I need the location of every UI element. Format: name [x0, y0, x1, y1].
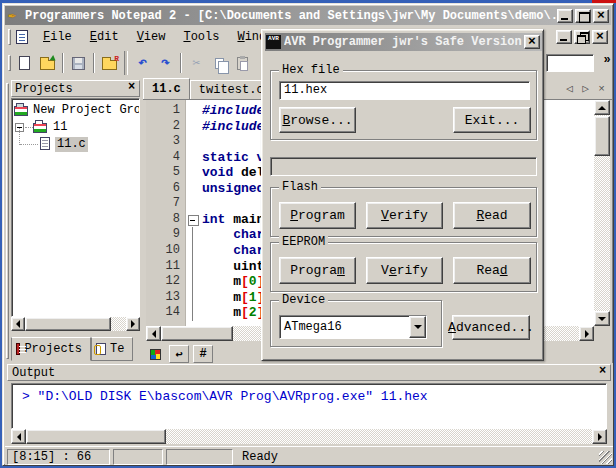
output-hscrollbar[interactable]	[11, 429, 607, 444]
tab-scroll-right-icon[interactable]: ▷	[578, 82, 593, 97]
title-bar[interactable]: ✒ Programmers Notepad 2 - [C:\Documents …	[5, 6, 611, 25]
scheme-colors-button[interactable]	[145, 345, 165, 363]
window-title: Programmers Notepad 2 - [C:\Documents an…	[25, 9, 557, 23]
toolbar-grip[interactable]	[8, 55, 11, 71]
tree-item-label: New Project Group	[31, 103, 140, 118]
close-button[interactable]	[593, 9, 609, 23]
tab-label: Projects	[24, 342, 82, 356]
code-text: m[1]	[202, 290, 264, 306]
copy-button[interactable]	[208, 52, 231, 74]
cut-button[interactable]: ✂	[185, 52, 208, 74]
exit-button[interactable]: Exit...	[453, 107, 531, 133]
line-number: 4	[146, 150, 180, 166]
scroll-down-button[interactable]	[594, 311, 610, 326]
scroll-up-button[interactable]	[594, 100, 610, 115]
eeprom-read-button[interactable]: Read	[453, 257, 531, 284]
output-close-icon[interactable]: ×	[596, 366, 609, 379]
fold-collapse-icon[interactable]	[186, 212, 200, 228]
toolbar-separator	[124, 51, 128, 75]
fold-margin	[186, 103, 200, 119]
close-icon	[528, 36, 536, 48]
projects-tab-te[interactable]: Te	[91, 337, 133, 361]
toolbar-separator	[62, 53, 64, 73]
dialog-title-bar[interactable]: AVR AVR Programmer jwr's Safe Version	[265, 33, 542, 51]
resize-grip[interactable]	[599, 451, 612, 464]
line-number: 12	[146, 274, 180, 290]
line-number: 8	[146, 212, 180, 228]
hex-file-group-label: Hex file	[279, 63, 343, 77]
save-file-button[interactable]	[67, 52, 90, 74]
projects-panel-grip[interactable]	[6, 83, 9, 359]
scroll-track[interactable]	[594, 115, 610, 311]
editor-tab-11-c[interactable]: 11.c	[143, 78, 190, 99]
scroll-left-button[interactable]	[11, 429, 26, 444]
undo-button[interactable]: ↶	[131, 52, 154, 74]
mdi-close-button[interactable]	[592, 30, 608, 44]
toolbar-overflow-chevron-icon[interactable]: »	[599, 53, 615, 69]
line-number: 5	[146, 165, 180, 181]
tab-scroll-left-icon[interactable]: ◁	[562, 82, 577, 97]
scroll-left-button[interactable]	[146, 326, 161, 341]
scroll-thumb[interactable]	[25, 317, 111, 331]
tree-item-11[interactable]: 11	[12, 119, 139, 136]
maximize-button[interactable]	[575, 9, 591, 23]
eeprom-verify-button[interactable]: Verify	[366, 257, 443, 284]
open-file-button[interactable]	[36, 52, 59, 74]
flash-read-button[interactable]: Read	[453, 202, 531, 229]
line-numbers-button[interactable]: #	[193, 345, 213, 363]
scroll-left-button[interactable]	[11, 317, 25, 331]
mdi-restore-button[interactable]	[574, 30, 590, 44]
scroll-thumb[interactable]	[594, 116, 610, 156]
paste-icon	[237, 57, 248, 70]
hex-file-input[interactable]: 11.hex	[279, 81, 530, 100]
scroll-right-button[interactable]	[126, 317, 140, 331]
flash-group-label: Flash	[279, 180, 321, 194]
dialog-close-button[interactable]	[524, 35, 540, 49]
projects-tab-projects[interactable]: Projects	[11, 337, 91, 361]
tree-item-11-c[interactable]: 11.c	[12, 136, 139, 153]
open-project-button[interactable]	[98, 52, 121, 74]
tab-close-icon[interactable]: ×	[594, 82, 609, 97]
toolbar-separator	[180, 53, 182, 73]
code-text: int main	[202, 212, 264, 228]
browse-button[interactable]: Browse...	[279, 107, 356, 133]
code-text: #include	[202, 103, 264, 119]
line-number: 13	[146, 290, 180, 306]
word-wrap-button[interactable]: ↩	[169, 345, 189, 363]
projects-hscrollbar[interactable]	[11, 317, 140, 331]
scroll-right-button[interactable]	[592, 429, 607, 444]
scroll-thumb[interactable]	[26, 429, 166, 444]
minimize-button[interactable]	[557, 9, 573, 23]
menu-item-file[interactable]: File	[34, 28, 81, 46]
toolbar-search-box[interactable]	[546, 54, 594, 72]
redo-button[interactable]: ↷	[154, 52, 177, 74]
paste-button[interactable]	[231, 52, 254, 74]
scroll-track[interactable]	[25, 317, 126, 331]
new-file-button[interactable]	[13, 52, 36, 74]
menu-item-tools[interactable]: Tools	[174, 28, 228, 46]
scroll-track[interactable]	[26, 429, 592, 444]
flash-verify-button[interactable]: Verify	[366, 202, 443, 229]
menu-item-edit[interactable]: Edit	[81, 28, 128, 46]
advanced-button[interactable]: Advanced...	[452, 315, 530, 340]
open-project-icon	[102, 60, 117, 70]
status-pane-3	[166, 449, 233, 465]
tree-item-new-project-group[interactable]: New Project Group	[12, 102, 139, 119]
mdi-minimize-button[interactable]	[556, 30, 572, 44]
scroll-right-button[interactable]	[579, 326, 594, 341]
fold-margin	[186, 165, 200, 181]
device-combobox[interactable]: ATmega16	[279, 315, 427, 339]
scroll-thumb[interactable]	[161, 326, 233, 341]
combo-dropdown-button[interactable]	[409, 316, 426, 338]
mdi-document-icon[interactable]	[16, 30, 28, 44]
output-content[interactable]: > "D:\OLD DISK E\bascom\AVR Prog\AVRprog…	[11, 383, 607, 429]
menubar-grip[interactable]	[8, 29, 11, 45]
projects-close-icon[interactable]: ×	[125, 82, 138, 95]
menu-item-view[interactable]: View	[128, 28, 175, 46]
editor-vscrollbar[interactable]	[594, 100, 610, 326]
line-number: 7	[146, 196, 180, 212]
tree-item-label: 11.c	[55, 137, 88, 152]
device-group: Device ATmega16	[270, 300, 442, 347]
eeprom-program-button[interactable]: Program	[279, 257, 356, 284]
flash-program-button[interactable]: Program	[279, 202, 356, 229]
